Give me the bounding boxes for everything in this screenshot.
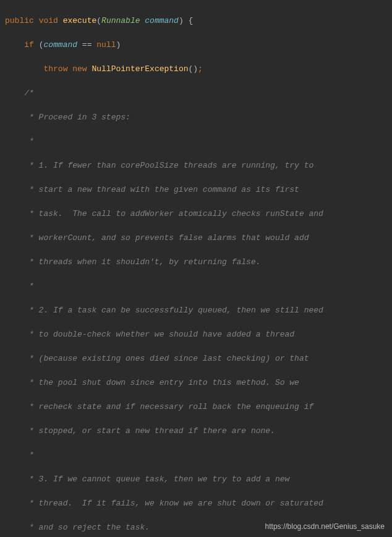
- code-line: * 1. If fewer than corePoolSize threads …: [5, 160, 387, 172]
- code-line: throw new NullPointerException();: [5, 63, 387, 75]
- code-line: * start a new thread with the given comm…: [5, 184, 387, 196]
- code-line: * 3. If we cannot queue task, then we tr…: [5, 473, 387, 486]
- code-line: * task. The call to addWorker atomically…: [5, 208, 387, 220]
- code-line: * 2. If a task can be successfully queue…: [5, 304, 387, 317]
- code-line: *: [5, 280, 387, 293]
- code-line: if (command == null): [5, 39, 387, 51]
- code-line: *: [5, 135, 387, 148]
- code-line: * recheck state and if necessary roll ba…: [5, 401, 387, 413]
- code-line: * the pool shut down since entry into th…: [5, 377, 387, 389]
- code-line: * workerCount, and so prevents false ala…: [5, 232, 387, 244]
- code-line: public void execute(Runnable command) {: [5, 15, 387, 27]
- code-line: *: [5, 449, 387, 462]
- code-line: * threads when it shouldn't, by returnin…: [5, 256, 387, 268]
- code-line: * (because existing ones died since last…: [5, 353, 387, 365]
- code-line: * stopped, or start a new thread if ther…: [5, 425, 387, 437]
- code-editor[interactable]: public void execute(Runnable command) { …: [0, 0, 392, 537]
- code-line: /*: [5, 87, 387, 100]
- code-line: * thread. If it fails, we know we are sh…: [5, 497, 387, 510]
- code-line: * to double-check whether we should have…: [5, 329, 387, 341]
- code-line: * Proceed in 3 steps:: [5, 111, 387, 124]
- watermark: https://blog.csdn.net/Genius_sasuke: [265, 521, 385, 532]
